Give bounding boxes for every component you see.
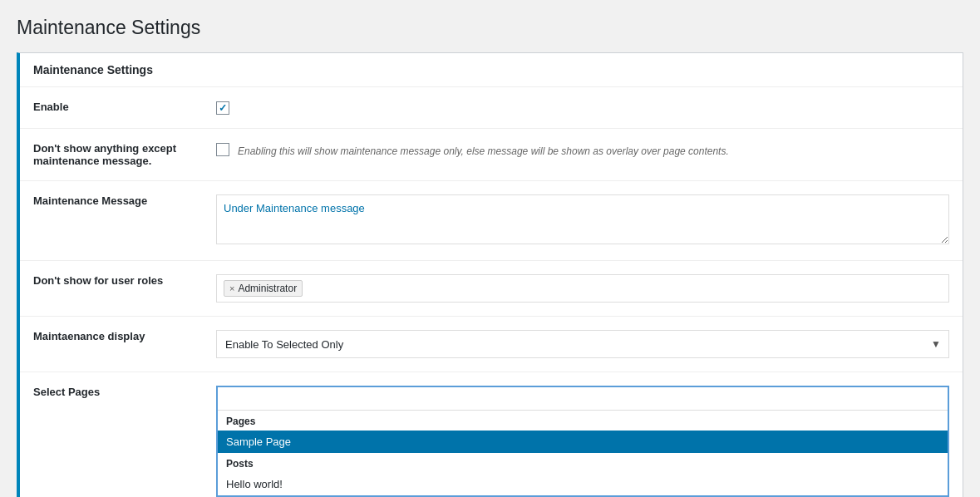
enable-checkbox[interactable] (216, 101, 229, 115)
maintenance-message-label: Maintenance Message (33, 194, 147, 207)
role-tag-administrator: × Administrator (224, 280, 303, 297)
enable-row: Enable (20, 87, 963, 129)
select-pages-row: Select Pages Pages Sample Page Posts Hel… (20, 372, 963, 498)
maintenance-message-textarea[interactable]: Under Maintenance message (216, 194, 949, 244)
posts-group-label: Posts (218, 453, 948, 473)
settings-box-title: Maintenance Settings (20, 53, 963, 87)
settings-box: Maintenance Settings Enable (17, 52, 963, 497)
pages-search-dropdown: Pages Sample Page Posts Hello world! (216, 386, 949, 497)
page-title: Maintenance Settings (17, 17, 963, 39)
roles-select-box[interactable]: × Administrator (216, 274, 949, 303)
maintenance-display-select[interactable]: Enable To Selected Only Enable To All Di… (216, 330, 949, 358)
maintenance-display-label: Maintaenance display (33, 330, 145, 342)
dont-show-helper: Enabling this will show maintenance mess… (238, 145, 729, 157)
dont-show-wrap: Enabling this will show maintenance mess… (216, 142, 949, 157)
role-tag-label: Administrator (238, 283, 297, 294)
user-roles-label: Don't show for user roles (33, 274, 163, 287)
dont-show-label: Don't show anything except maintenance m… (33, 142, 176, 167)
role-tag-remove-icon[interactable]: × (229, 283, 234, 293)
dont-show-anything-row: Don't show anything except maintenance m… (20, 129, 963, 181)
dropdown-item-hello-world[interactable]: Hello world! (218, 473, 948, 495)
user-roles-row: Don't show for user roles × Administrato… (20, 261, 963, 317)
enable-label: Enable (33, 101, 69, 113)
posts-group: Posts Hello world! (218, 453, 948, 495)
settings-table: Enable Don't show anything except mainte… (20, 87, 963, 497)
select-pages-label: Select Pages (33, 386, 100, 398)
dropdown-item-sample-page[interactable]: Sample Page (218, 431, 948, 453)
pages-group-label: Pages (218, 411, 948, 431)
maintenance-message-row: Maintenance Message Under Maintenance me… (20, 181, 963, 261)
dont-show-checkbox[interactable] (216, 143, 229, 156)
maintenance-display-row: Maintaenance display Enable To Selected … (20, 317, 963, 372)
display-select-wrap: Enable To Selected Only Enable To All Di… (216, 330, 949, 358)
pages-search-input[interactable] (218, 387, 948, 411)
pages-group: Pages Sample Page (218, 411, 948, 453)
